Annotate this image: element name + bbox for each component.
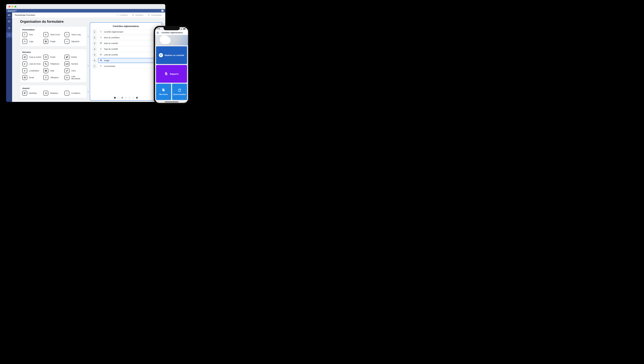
page-dot[interactable] [132,97,134,99]
page-dot[interactable] [118,97,120,99]
field-conditions[interactable]: Conditions [64,91,84,96]
tab-conditions[interactable]: Conditions [116,14,128,16]
check-icon [100,53,102,56]
row-number: 5 [92,52,96,57]
svg-point-21 [66,77,66,78]
chevron-right-icon[interactable] [88,35,89,38]
canvas-row[interactable]: 3 Date du contrôle [92,41,159,46]
field-email[interactable]: Email [22,75,42,80]
sidebar-item-table[interactable] [6,19,12,24]
top-bar: Paramétrage Formulaire Conditions Workfl… [6,13,165,18]
canvas-row[interactable]: 4 Type de contrôle [92,47,159,52]
home-indicator[interactable] [155,101,188,103]
tab-parametrages[interactable]: Paramétrages [148,14,162,16]
palette-card-presentation: Présentation Titre Texte Court Texte Lon… [20,27,87,47]
field-relations[interactable]: Relations [44,91,64,96]
close-window-dot[interactable] [8,6,10,8]
field-titre[interactable]: Titre [22,32,42,37]
row-number: 7 [92,64,96,69]
row-number: 2 [92,35,96,40]
row-label: Commentaire [104,65,115,67]
remove-page-button[interactable] [114,97,116,99]
canvas-row[interactable]: 5 Liste de contrôle [92,52,159,57]
sync-icon [178,88,182,92]
row-label: Type de contrôle [104,48,118,50]
field-workflow[interactable]: Workflow [22,91,42,96]
field-texte-long[interactable]: Texte Long [64,32,84,37]
field-liste-deroulante[interactable]: Liste déroulante [64,75,84,80]
row-body[interactable]: Liste de contrôle [98,52,159,57]
canvas-row[interactable]: 6 Image [92,58,159,63]
chevron-right-icon[interactable] [88,91,89,93]
tile-synchronisation[interactable]: Synchronisation [172,84,187,100]
svg-point-19 [46,77,46,78]
wifi-icon [181,28,182,30]
user-icon [44,75,48,80]
field-liens[interactable]: Liens [64,68,84,73]
text-icon [22,32,27,37]
text-icon [100,31,102,33]
image-icon [44,39,48,44]
field-localisation[interactable]: Localisation [22,68,42,73]
row-body[interactable]: Commentaire [98,64,159,69]
tile-mes-fiches[interactable]: Mes fiches [156,84,171,100]
sidebar-item-chart[interactable] [6,26,12,31]
maximize-window-dot[interactable] [14,6,16,8]
link-icon [64,68,70,73]
svg-rect-13 [24,64,24,65]
field-duree[interactable]: Durée [44,55,64,60]
row-label: Nom du contrôleur [104,37,120,39]
canvas-row[interactable]: 2 Nom du contrôleur [92,35,159,40]
field-signature[interactable]: Signature [64,39,84,44]
canvas-row[interactable]: 1 Contrôle réglementaire [92,30,159,34]
row-body[interactable]: Image [98,58,159,63]
svg-point-7 [24,41,25,41]
svg-point-18 [46,71,46,71]
user-avatar[interactable] [161,10,164,12]
field-checkbox[interactable]: Case à cocher [22,55,42,60]
svg-rect-27 [100,43,102,44]
field-logo[interactable]: Logo [22,39,42,44]
svg-rect-10 [24,56,26,58]
page-dot[interactable] [121,97,123,99]
tab-workflows[interactable]: Workflows [132,14,144,16]
row-body[interactable]: Type de contrôle [98,47,159,52]
palette-section-title: Avancé [22,87,84,89]
svg-point-26 [100,37,101,37]
svg-point-6 [9,34,9,35]
palette-card-avance: Avancé Workflow Relations Conditions [20,85,87,98]
svg-point-12 [24,63,24,64]
breadcrumb: Paramétrage Formulaire [15,14,35,16]
chevron-right-icon[interactable] [88,65,89,67]
field-date[interactable]: Date [44,68,64,73]
exclamation-icon [64,91,70,96]
svg-point-0 [117,16,118,16]
field-telephone[interactable]: Téléphone [44,61,64,66]
phone-frame: 9:41 Contrôles réglementaires +Réaliser … [154,26,189,104]
files-icon [162,88,166,92]
row-number: 3 [92,41,96,46]
add-page-button[interactable] [136,97,138,99]
plus-circle-icon: + [159,53,163,57]
field-image[interactable]: Image [44,39,64,44]
page-dot[interactable] [129,97,130,99]
canvas-row[interactable]: 7 Commentaire [92,64,159,69]
sidebar-item-form-builder[interactable] [6,33,12,38]
row-body[interactable]: Contrôle réglementaire [98,30,159,34]
field-texte-court[interactable]: Texte Court [44,32,64,37]
minimize-window-dot[interactable] [12,6,13,8]
svg-point-17 [46,71,46,71]
shuffle-icon [44,91,48,96]
row-label: Contrôle réglementaire [104,31,123,33]
page-dot[interactable] [125,97,127,99]
field-nombre[interactable]: 123Nombre [64,61,84,66]
field-liste-choix[interactable]: Liste de choix [22,61,42,66]
field-fichier[interactable]: Fichier [64,55,84,60]
canvas-title: Contrôles réglementaires [92,25,159,28]
row-body[interactable]: Nom du contrôleur [98,35,159,40]
tile-rapports[interactable]: Rapports [156,65,187,83]
apps-grid-icon[interactable] [6,13,12,18]
row-body[interactable]: Date du contrôle [98,41,159,46]
tile-realiser-controle[interactable]: +Réaliser un contrôle [156,46,187,64]
field-utilisateur[interactable]: Utilisateur [44,75,64,80]
